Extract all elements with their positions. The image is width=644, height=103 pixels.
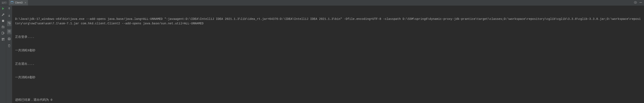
console-line: 进程已结束，退出代码为 0 <box>15 98 641 102</box>
wrench-icon[interactable] <box>2 13 5 17</box>
soft-wrap-icon[interactable] <box>7 21 12 26</box>
scroll-to-end-icon[interactable] <box>7 29 12 34</box>
console-line: D:\Java\jdk-17_windows-x64\bin\java.exe … <box>15 17 641 26</box>
up-icon[interactable] <box>8 7 11 11</box>
svg-rect-1 <box>11 1 13 2</box>
left-gutter-run-controls <box>0 6 6 103</box>
minimize-icon[interactable] <box>639 1 642 5</box>
console-toolbar <box>6 6 12 103</box>
tab-label: Client3 <box>15 1 22 4</box>
app-icon <box>10 0 14 4</box>
svg-point-6 <box>2 26 4 28</box>
console-line: 一共消耗0毫秒 <box>15 75 641 80</box>
trash-icon[interactable] <box>8 44 11 48</box>
svg-rect-9 <box>2 38 3 39</box>
svg-rect-12 <box>3 40 4 40</box>
svg-rect-13 <box>8 38 10 38</box>
console-output[interactable]: D:\Java\jdk-17_windows-x64\bin\java.exe … <box>12 6 644 103</box>
stop-icon[interactable] <box>2 19 5 23</box>
run-icon[interactable] <box>2 7 5 11</box>
console-line: 正在登录.... <box>15 35 641 39</box>
exit-icon[interactable] <box>2 32 5 36</box>
close-tab-icon[interactable]: × <box>25 1 26 4</box>
svg-rect-5 <box>2 26 4 28</box>
run-tab-client3[interactable]: Client3 × <box>9 0 28 6</box>
run-label: 运行: <box>2 1 7 4</box>
print-icon[interactable] <box>8 37 11 41</box>
gear-icon[interactable] <box>634 1 637 5</box>
svg-rect-10 <box>3 38 4 39</box>
svg-marker-3 <box>2 7 4 10</box>
layout-icon[interactable] <box>2 38 5 42</box>
svg-rect-4 <box>2 20 4 22</box>
down-icon[interactable] <box>8 14 11 18</box>
camera-icon[interactable] <box>2 25 5 30</box>
console-line: 正在退出.... <box>15 62 641 66</box>
run-panel-main: D:\Java\jdk-17_windows-x64\bin\java.exe … <box>0 6 644 103</box>
svg-rect-11 <box>2 40 3 40</box>
console-line: 一共消耗9毫秒 <box>15 48 641 53</box>
run-tab-bar: 运行: Client3 × <box>0 0 644 6</box>
